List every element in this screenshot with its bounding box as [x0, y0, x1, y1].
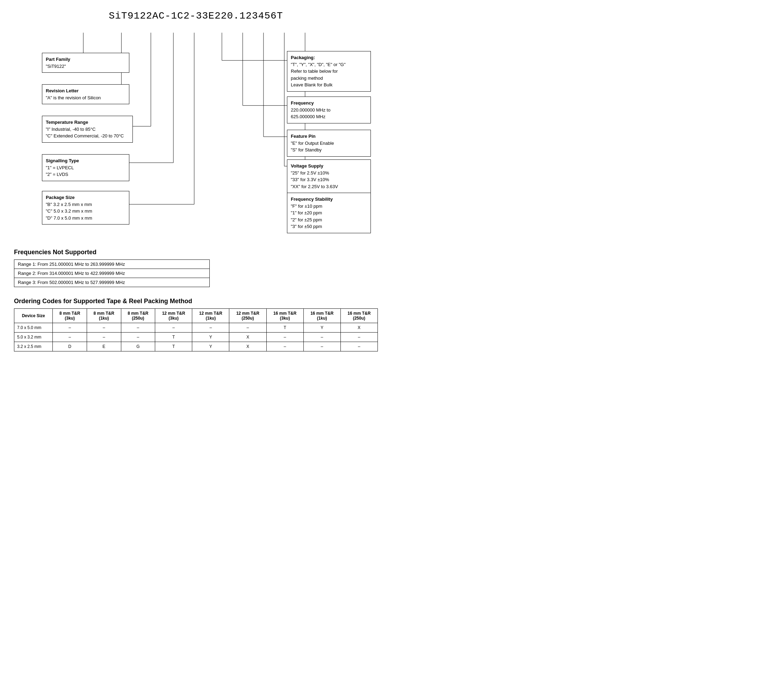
cell-5x3-16mm-3ku: –	[266, 332, 303, 342]
cell-3x2-16mm-3ku: –	[266, 342, 303, 351]
box-freq-stability-line4: "3" for ±50 ppm	[291, 223, 367, 230]
box-feature-pin-title: Feature Pin	[291, 133, 367, 140]
box-feature-pin-line2: "S" for Standby	[291, 147, 367, 153]
diagram-container: Part Family "SiT9122" Revision Letter "A…	[14, 32, 378, 235]
box-signalling-line1: "1" = LVPECL	[46, 164, 126, 172]
box-voltage-line2: "33" for 3.3V ±10%	[291, 176, 367, 183]
box-part-family-title: Part Family	[46, 56, 126, 63]
cell-5x3-12mm-1ku: Y	[192, 332, 229, 342]
cell-3x2-8mm-250u: G	[121, 342, 155, 351]
box-revision-content: "A" is the revision of Silicon	[46, 94, 126, 101]
cell-7x5-12mm-250u: –	[229, 323, 266, 332]
cell-5x3-8mm-1ku: –	[87, 332, 121, 342]
col-8mm-1ku: 8 mm T&R(1ku)	[87, 309, 121, 323]
col-12mm-1ku: 12 mm T&R(1ku)	[192, 309, 229, 323]
table-row: 3.2 x 2.5 mm D E G T Y X – – –	[14, 342, 378, 351]
box-revision-title: Revision Letter	[46, 87, 126, 94]
cell-7x5-16mm-250u: X	[341, 323, 378, 332]
box-voltage-supply-title: Voltage Supply	[291, 162, 367, 170]
table-row: Range 1: From 251.000001 MHz to 263.9999…	[14, 260, 210, 269]
box-frequency-line1: 220.000000 MHz to	[291, 107, 367, 114]
box-signalling-title: Signalling Type	[46, 158, 126, 164]
box-signalling-line2: "2" = LVDS	[46, 171, 126, 178]
device-size-2: 5.0 x 3.2 mm	[14, 332, 53, 342]
box-package-size-title: Package Size	[46, 194, 126, 201]
table-row: Range 3: From 502.000001 MHz to 527.9999…	[14, 278, 210, 287]
table-row: 5.0 x 3.2 mm – – – T Y X – – –	[14, 332, 378, 342]
cell-7x5-12mm-3ku: –	[155, 323, 192, 332]
box-revision: Revision Letter "A" is the revision of S…	[42, 84, 129, 104]
box-voltage-line3: "XX" for 2.25V to 3.63V	[291, 183, 367, 190]
col-16mm-250u: 16 mm T&R(250u)	[341, 309, 378, 323]
box-packaging-line2: Refer to table below for	[291, 68, 367, 75]
box-frequency-line2: 625.000000 MHz	[291, 113, 367, 120]
col-8mm-250u: 8 mm T&R(250u)	[121, 309, 155, 323]
col-16mm-1ku: 16 mm T&R(1ku)	[303, 309, 341, 323]
box-temperature-title: Temperature Range	[46, 119, 129, 126]
box-frequency: Frequency 220.000000 MHz to 625.000000 M…	[287, 97, 371, 123]
freq-range-1: Range 1: From 251.000001 MHz to 263.9999…	[14, 260, 210, 269]
box-frequency-title: Frequency	[291, 100, 367, 107]
box-voltage-line1: "25" for 2.5V ±10%	[291, 170, 367, 176]
cell-7x5-16mm-1ku: Y	[303, 323, 341, 332]
cell-3x2-8mm-3ku: D	[53, 342, 87, 351]
box-packaging: Packaging: "T", "Y", "X", "D", "E" or "G…	[287, 51, 371, 92]
cell-3x2-12mm-250u: X	[229, 342, 266, 351]
cell-3x2-16mm-250u: –	[341, 342, 378, 351]
device-size-1: 7.0 x 5.0 mm	[14, 323, 53, 332]
col-12mm-3ku: 12 mm T&R(3ku)	[155, 309, 192, 323]
table-row: Range 2: From 314.000001 MHz to 422.9999…	[14, 269, 210, 278]
box-temperature: Temperature Range "I" Industrial, -40 to…	[42, 116, 133, 143]
cell-7x5-8mm-1ku: –	[87, 323, 121, 332]
cell-5x3-8mm-250u: –	[121, 332, 155, 342]
cell-5x3-12mm-250u: X	[229, 332, 266, 342]
table-header-row: Device Size 8 mm T&R(3ku) 8 mm T&R(1ku) …	[14, 309, 378, 323]
cell-5x3-16mm-1ku: –	[303, 332, 341, 342]
box-temperature-line1: "I" Industrial, -40 to 85°C	[46, 126, 129, 133]
box-voltage-supply: Voltage Supply "25" for 2.5V ±10% "33" f…	[287, 159, 371, 193]
cell-7x5-12mm-1ku: –	[192, 323, 229, 332]
cell-5x3-12mm-3ku: T	[155, 332, 192, 342]
box-feature-pin: Feature Pin "E" for Output Enable "S" fo…	[287, 130, 371, 157]
box-freq-stability: Frequency Stability "F" for ±10 ppm "1" …	[287, 193, 371, 233]
box-package-size-line2: "C" 5.0 x 3.2 mm x mm	[46, 208, 126, 215]
box-freq-stability-line2: "1" for ±20 ppm	[291, 209, 367, 217]
box-package-size: Package Size "B" 3.2 x 2.5 mm x mm "C" 5…	[42, 191, 129, 225]
freq-not-supported-heading: Frequencies Not Supported	[14, 249, 378, 256]
cell-7x5-16mm-3ku: T	[266, 323, 303, 332]
box-part-family: Part Family "SiT9122"	[42, 53, 129, 73]
cell-3x2-12mm-1ku: Y	[192, 342, 229, 351]
box-packaging-line3: packing method	[291, 75, 367, 82]
col-8mm-3ku: 8 mm T&R(3ku)	[53, 309, 87, 323]
cell-3x2-16mm-1ku: –	[303, 342, 341, 351]
page-title: SiT9122AC-1C2-33E220.123456T	[14, 11, 378, 21]
box-feature-pin-line1: "E" for Output Enable	[291, 140, 367, 147]
box-packaging-line4: Leave Blank for Bulk	[291, 81, 367, 89]
device-size-3: 3.2 x 2.5 mm	[14, 342, 53, 351]
box-temperature-line2: "C" Extended Commercial, -20 to 70°C	[46, 133, 129, 139]
box-freq-stability-line1: "F" for ±10 ppm	[291, 203, 367, 210]
table-row: 7.0 x 5.0 mm – – – – – – T Y X	[14, 323, 378, 332]
box-freq-stability-line3: "2" for ±25 ppm	[291, 217, 367, 223]
box-freq-stability-title: Frequency Stability	[291, 196, 367, 203]
box-signalling: Signalling Type "1" = LVPECL "2" = LVDS	[42, 154, 129, 181]
cell-7x5-8mm-3ku: –	[53, 323, 87, 332]
cell-3x2-12mm-3ku: T	[155, 342, 192, 351]
freq-range-2: Range 2: From 314.000001 MHz to 422.9999…	[14, 269, 210, 278]
box-packaging-title: Packaging:	[291, 54, 367, 61]
freq-range-3: Range 3: From 502.000001 MHz to 527.9999…	[14, 278, 210, 287]
cell-5x3-16mm-250u: –	[341, 332, 378, 342]
box-package-size-line3: "D" 7.0 x 5.0 mm x mm	[46, 215, 126, 222]
cell-3x2-8mm-1ku: E	[87, 342, 121, 351]
ordering-codes-heading: Ordering Codes for Supported Tape & Reel…	[14, 298, 378, 305]
freq-not-supported-table: Range 1: From 251.000001 MHz to 263.9999…	[14, 259, 210, 287]
cell-7x5-8mm-250u: –	[121, 323, 155, 332]
col-device-size: Device Size	[14, 309, 53, 323]
cell-5x3-8mm-3ku: –	[53, 332, 87, 342]
ordering-codes-table: Device Size 8 mm T&R(3ku) 8 mm T&R(1ku) …	[14, 309, 378, 351]
box-part-family-content: "SiT9122"	[46, 63, 126, 70]
box-packaging-line1: "T", "Y", "X", "D", "E" or "G"	[291, 61, 367, 68]
box-package-size-line1: "B" 3.2 x 2.5 mm x mm	[46, 201, 126, 208]
col-16mm-3ku: 16 mm T&R(3ku)	[266, 309, 303, 323]
col-12mm-250u: 12 mm T&R(250u)	[229, 309, 266, 323]
